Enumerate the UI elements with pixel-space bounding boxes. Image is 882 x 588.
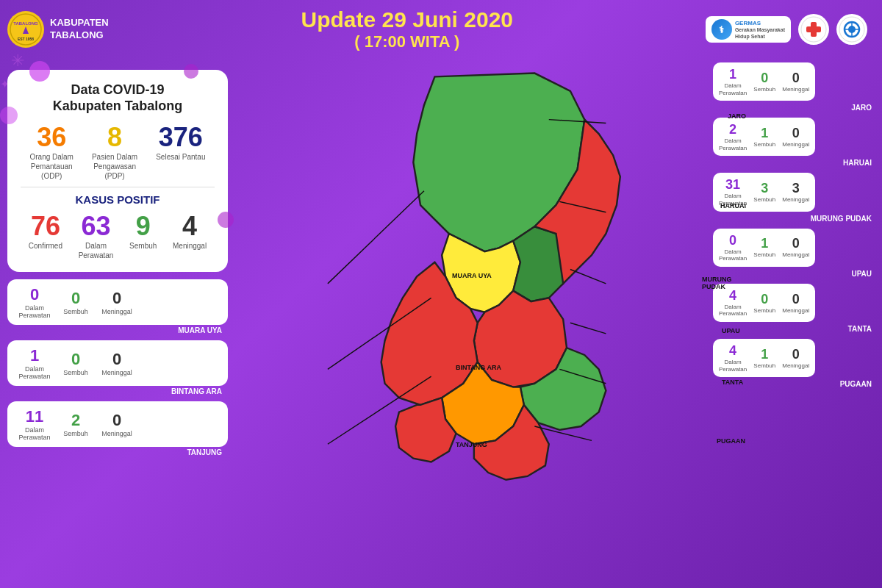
kabupaten-logo: TABALONG EST 1958 [7, 11, 44, 48]
right-sembuh-5: 1 Sembuh [751, 347, 778, 370]
card-divider [21, 187, 215, 187]
bottom-district-stats: 0 DalamPerawatan 0 Sembuh 0 Meninggal MU… [7, 279, 228, 456]
covid-text: COVID-19 [103, 82, 164, 97]
odp-stat: 36 Orang DalamPemantauan(ODP) [29, 123, 73, 181]
left-panel: ✳ ✦ Data COVID-19 Kabupaten Tabalong 36 … [7, 55, 228, 570]
left-dist-meninggal-1: 0 Meninggal [98, 350, 135, 376]
right-district-lbl-2: MURUNG PUDAK [713, 215, 875, 223]
map-label-tanta: TANTA [722, 379, 743, 386]
perawatan-label: DalamPerawatan [79, 241, 114, 260]
left-dist-meninggal-2: 0 Meninggal [98, 411, 135, 437]
meninggal-number: 4 [173, 212, 207, 241]
map-area: MUARA UYA BINTANG ARA TANJUNG JARO HARUA… [228, 55, 713, 570]
right-perawatan-1: 2 DalamPerawatan [719, 122, 747, 151]
right-district-lbl-3: UPAU [713, 270, 875, 278]
right-logos: ⚕ GERMASGerakan MasyarakatHidup Sehat [706, 14, 867, 45]
right-district-lbl-1: HARUAI [713, 159, 875, 167]
right-district-box-5: 4 DalamPerawatan 1 Sembuh 0 Meninggal [713, 339, 815, 377]
right-meninggal-2: 3 Meninggal [782, 181, 809, 204]
left-district-label-0: MUARA UYA [7, 326, 228, 334]
sembuh-number: 9 [129, 212, 157, 241]
map-label-bintang: BINTANG ARA [456, 364, 501, 371]
left-district-box-0: 0 DalamPerawatan 0 Sembuh 0 Meninggal [7, 279, 228, 325]
kasus-stats: 76 Confirmed 63 DalamPerawatan 9 Sembuh … [21, 212, 215, 260]
right-meninggal-5: 0 Meninggal [782, 347, 809, 370]
right-perawatan-5: 4 DalamPerawatan [719, 343, 747, 373]
left-district-label-1: BINTANG ARA [7, 387, 228, 395]
germas-logo: ⚕ GERMASGerakan MasyarakatHidup Sehat [706, 16, 791, 43]
selesai-label: Selesai Pantau [156, 152, 205, 162]
region-name: KABUPATEN TABALONG [50, 17, 109, 42]
confirmed-label: Confirmed [29, 241, 62, 251]
pdp-number: 8 [92, 123, 137, 152]
left-district-box-1: 1 DalamPerawatan 0 Sembuh 0 Meninggal [7, 340, 228, 386]
card-title: Data COVID-19 [21, 82, 215, 98]
logo-area: TABALONG EST 1958 KABUPATEN TABALONG [7, 11, 109, 48]
svg-text:EST 1958: EST 1958 [18, 37, 34, 41]
odp-label: Orang DalamPemantauan(ODP) [29, 152, 73, 181]
left-dist-meninggal-0: 0 Meninggal [98, 289, 135, 315]
map-label-upau: UPAU [722, 327, 740, 334]
perawatan-stat: 63 DalamPerawatan [79, 212, 114, 260]
map-label-murung: MURUNG PUDAK [702, 276, 732, 290]
right-sembuh-3: 1 Sembuh [751, 236, 778, 259]
right-sembuh-2: 3 Sembuh [751, 181, 778, 204]
perawatan-number: 63 [79, 212, 114, 241]
selesai-number: 376 [156, 123, 205, 152]
map-label-jaro: JARO [728, 112, 746, 120]
right-district-row-4: 4 DalamPerawatan 0 Sembuh 0 Meninggal [713, 284, 875, 322]
right-sembuh-0: 0 Sembuh [751, 71, 778, 93]
left-dist-perawatan-0: 0 DalamPerawatan [16, 285, 53, 319]
right-sembuh-1: 1 Sembuh [751, 126, 778, 148]
pmi-logo [798, 14, 829, 45]
meninggal-stat: 4 Meninggal [173, 212, 207, 260]
selesai-stat: 376 Selesai Pantau [156, 123, 205, 181]
odp-number: 36 [29, 123, 73, 152]
right-district-row-3: 0 DalamPerawatan 1 Sembuh 0 Meninggal [713, 229, 875, 267]
right-district-box-0: 1 DalamPerawatan 0 Sembuh 0 Meninggal [713, 62, 815, 101]
right-meninggal-3: 0 Meninggal [782, 236, 809, 259]
virus-deco-1: ✳ [11, 51, 24, 71]
kasus-title: KASUS POSITIF [21, 193, 215, 206]
update-time: ( 17:00 WITA ) [109, 32, 706, 51]
right-perawatan-3: 0 DalamPerawatan [719, 233, 747, 262]
pdp-stat: 8 Pasien DalamPengawasan(PDP) [92, 123, 137, 181]
right-meninggal-0: 0 Meninggal [782, 71, 809, 93]
right-panel: 1 DalamPerawatan 0 Sembuh 0 Meninggal JA… [713, 55, 875, 570]
right-sembuh-4: 0 Sembuh [751, 292, 778, 315]
right-district-row-0: 1 DalamPerawatan 0 Sembuh 0 Meninggal [713, 62, 875, 101]
kominfo-logo [836, 14, 867, 45]
pdp-label: Pasien DalamPengawasan(PDP) [92, 152, 137, 181]
svg-line-14 [570, 269, 606, 283]
map-label-tanjung: TANJUNG [456, 441, 487, 448]
data-covid-card: Data COVID-19 Kabupaten Tabalong 36 Oran… [7, 70, 228, 272]
svg-rect-6 [806, 26, 821, 32]
confirmed-number: 76 [29, 212, 62, 241]
deco-circle-3 [0, 107, 18, 124]
deco-circle-1 [29, 61, 50, 82]
right-district-box-1: 2 DalamPerawatan 1 Sembuh 0 Meninggal [713, 118, 815, 156]
right-district-row-1: 2 DalamPerawatan 1 Sembuh 0 Meninggal [713, 118, 875, 156]
map-label-haruai: HARUAI [720, 202, 746, 209]
svg-text:TABALONG: TABALONG [13, 21, 38, 26]
svg-line-18 [328, 191, 424, 284]
right-district-row-5: 4 DalamPerawatan 1 Sembuh 0 Meninggal [713, 339, 875, 377]
update-title: Update 29 Juni 2020 [109, 7, 706, 32]
left-dist-perawatan-2: 11 DalamPerawatan [16, 407, 53, 441]
svg-line-15 [570, 323, 606, 334]
confirmed-stat: 76 Confirmed [29, 212, 62, 260]
left-dist-sembuh-1: 0 Sembuh [57, 350, 94, 376]
deco-circle-2 [184, 64, 198, 79]
right-district-box-3: 0 DalamPerawatan 1 Sembuh 0 Meninggal [713, 229, 815, 267]
header: TABALONG EST 1958 KABUPATEN TABALONG Upd… [0, 0, 882, 55]
sembuh-label: Sembuh [129, 241, 157, 251]
right-meninggal-4: 0 Meninggal [782, 292, 809, 315]
card-subtitle: Kabupaten Tabalong [21, 98, 215, 114]
left-dist-sembuh-0: 0 Sembuh [57, 289, 94, 315]
right-perawatan-0: 1 DalamPerawatan [719, 67, 747, 96]
meninggal-label: Meninggal [173, 241, 207, 251]
map-label-pugaan: PUGAAN [717, 437, 745, 445]
map-svg [301, 62, 639, 548]
main-content: ✳ ✦ Data COVID-19 Kabupaten Tabalong 36 … [0, 55, 882, 570]
left-district-label-2: TANJUNG [7, 448, 228, 456]
